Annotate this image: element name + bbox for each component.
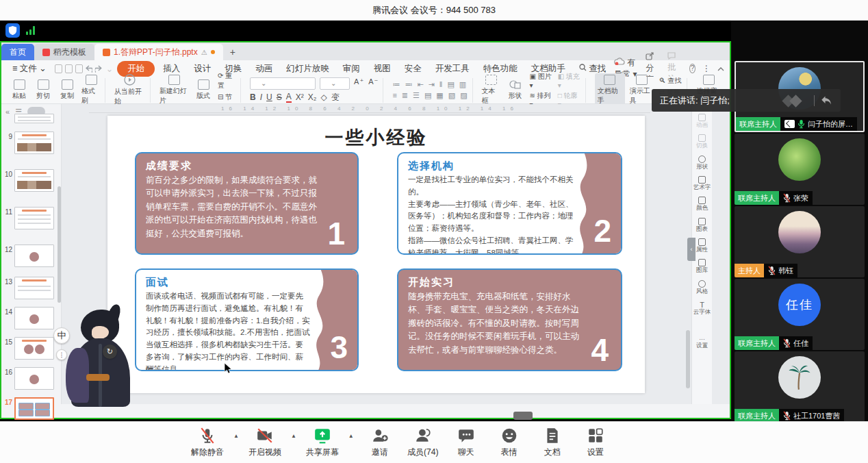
thumbnail-slide-15[interactable]: 15	[1, 337, 62, 360]
settings-button[interactable]: 设置	[578, 427, 613, 458]
preview-icon[interactable]	[75, 64, 83, 73]
thumbnail-slide-16[interactable]: 16	[1, 367, 62, 390]
help-icon[interactable]: ?	[689, 64, 695, 73]
share-screen-button[interactable]: 共享屏幕	[305, 427, 340, 458]
font-size-combobox[interactable]: ⌄	[320, 77, 350, 90]
chat-button[interactable]: 聊天	[449, 427, 483, 458]
doc-assistant-button[interactable]: 文档助手	[595, 73, 625, 107]
rail-colors[interactable]: 颜色	[692, 197, 712, 211]
menu-features[interactable]: 特色功能	[478, 62, 523, 76]
participant-tile[interactable]: 任佳 联席主持人 任佳	[735, 279, 865, 350]
menu-review[interactable]: 审阅	[337, 62, 366, 76]
picture-button[interactable]: ▣ 图片 ▾	[530, 72, 553, 89]
menu-file[interactable]: ≡ 文件 ⌄	[7, 62, 52, 76]
undo-icon[interactable]	[86, 64, 92, 73]
subscript-button[interactable]: X₂	[308, 92, 317, 102]
rail-charts[interactable]: 图表	[692, 218, 712, 232]
layout-button[interactable]: 版式	[194, 79, 213, 101]
menu-animation[interactable]: 动画	[250, 62, 278, 76]
thumbnail-slide-9[interactable]: 9	[1, 132, 62, 154]
members-button[interactable]: 成员(74)	[406, 427, 440, 458]
rail-transition[interactable]: 切换	[692, 134, 712, 149]
fill-button[interactable]: ◧ 填充 ▾	[558, 72, 581, 89]
start-video-button[interactable]: 开启视频	[248, 427, 282, 458]
new-slide-button[interactable]: 新建幻灯片	[159, 75, 189, 105]
video-options-caret[interactable]: ▲	[291, 433, 296, 439]
font-name-combobox[interactable]: ⌄	[250, 77, 316, 90]
thumbnail-slide-13[interactable]: 13	[1, 277, 62, 299]
menu-security[interactable]: 安全	[399, 62, 427, 76]
invite-button[interactable]: 邀请	[363, 427, 397, 458]
bold-button[interactable]: B	[250, 92, 256, 102]
rail-styles[interactable]: 风格	[692, 280, 712, 295]
slide[interactable]: 一些小经验 成绩要求 前百分之多少的限制，如果成绩符合要求，就可以申请外派实习，…	[107, 116, 645, 393]
underline-button[interactable]: U	[266, 92, 272, 102]
desktop-pet-character[interactable]	[63, 308, 140, 410]
thumbnail-scrollbar[interactable]	[58, 186, 61, 303]
shapes-button[interactable]: 形状	[506, 79, 525, 101]
italic-button[interactable]: I	[260, 92, 262, 102]
emoji-button[interactable]: 表情	[492, 427, 526, 458]
font-color-button[interactable]: A	[286, 92, 292, 103]
thumbnail-slide-10[interactable]: 10	[1, 169, 62, 192]
strikethrough-button[interactable]: S	[277, 92, 282, 102]
tab-docer[interactable]: 稻壳模板	[34, 44, 94, 60]
controlbar-handle[interactable]	[513, 412, 533, 420]
canvas-scrollbar[interactable]	[686, 330, 690, 388]
thumbnail-slide-11[interactable]: 11	[1, 207, 62, 229]
play-from-current-button[interactable]: 从当前开始	[114, 74, 146, 106]
copy-button[interactable]: 复制	[58, 79, 77, 101]
rail-expand-handle[interactable]: ‹	[687, 238, 695, 261]
find-button[interactable]: 🔍︎ 查找	[659, 76, 683, 86]
participant-tile[interactable]: 联席主持人 张荣	[735, 134, 865, 205]
rail-gallery[interactable]: 图库	[692, 259, 712, 273]
network-signal-icon[interactable]	[26, 26, 37, 35]
share-options-caret[interactable]: ▲	[348, 433, 354, 439]
more-menu-icon[interactable]: ⋮	[702, 64, 711, 73]
print-icon[interactable]	[65, 64, 73, 73]
menu-design[interactable]: 设计	[188, 62, 216, 76]
text-effects-button[interactable]: 变	[331, 92, 340, 103]
menu-view[interactable]: 视图	[368, 62, 396, 76]
slide-box-1[interactable]: 成绩要求 前百分之多少的限制，如果成绩符合要求，就可以申请外派实习，出去浪一下辣…	[135, 152, 359, 255]
menu-devtools[interactable]: 开发工具	[430, 62, 475, 76]
mic-options-caret[interactable]: ▲	[233, 433, 239, 439]
font-shrink-button[interactable]: A⁻	[368, 77, 379, 90]
slide-box-2[interactable]: 选择机构 一定是找社工专业的单位实习，不能找个不相关的。 主要考虑——主打领域（…	[397, 152, 622, 255]
font-grow-button[interactable]: A⁺	[354, 77, 364, 90]
slide-box-3[interactable]: 面试 面谈或者电话、视频面试都有可能，一定要先制作简历再进行面试，避免尴尬。有礼…	[135, 268, 359, 371]
reset-button[interactable]: ⟳ 重置	[218, 71, 236, 90]
tab-home[interactable]: 首页	[1, 44, 34, 60]
thumbnail-slide-14[interactable]: 14	[1, 307, 62, 329]
superscript-button[interactable]: X²	[296, 92, 304, 102]
rail-more[interactable]: ···设置	[692, 336, 712, 349]
redo-icon[interactable]	[95, 64, 102, 73]
participant-tile[interactable]: 主持人 韩钰	[735, 206, 865, 277]
presentation-tools-button[interactable]: 演示工具	[630, 75, 654, 105]
reply-arrow-icon[interactable]	[820, 95, 832, 105]
clear-format-icon[interactable]: ◇	[320, 92, 327, 102]
slide-box-4[interactable]: 开始实习 随身携带充电宝、充电器和纸笔，安排好水杯、手套、暖宝宝、便当之类的，冬…	[397, 268, 622, 371]
tab-document[interactable]: 1.答辩PPT-闫子怡.pptx⚠	[94, 44, 223, 60]
docs-button[interactable]: 文档	[535, 427, 570, 458]
rail-shapes[interactable]: 形状	[692, 155, 712, 170]
collapse-ribbon-icon[interactable]	[717, 64, 724, 73]
shield-icon[interactable]	[5, 23, 20, 38]
pet-menu-icon[interactable]: ⋮	[56, 349, 67, 360]
unmute-button[interactable]: 解除静音	[190, 427, 225, 458]
save-icon[interactable]	[55, 64, 62, 73]
cut-button[interactable]: 剪切	[34, 79, 53, 101]
thumbnail-slide-17-active[interactable]: 17	[1, 397, 62, 420]
new-tab-button[interactable]: +	[230, 44, 235, 60]
rail-animation[interactable]: 动画	[692, 114, 712, 128]
ime-indicator[interactable]: 中	[53, 327, 70, 344]
participant-tile[interactable]: 联席主持人 社工1701曹茜	[735, 351, 865, 421]
textbox-button[interactable]: 文本框	[482, 75, 501, 105]
menu-slideshow[interactable]: 幻灯片放映	[281, 62, 335, 76]
format-painter-button[interactable]: 格式刷	[81, 75, 101, 105]
rail-cloud-fonts[interactable]: T云字体	[692, 301, 712, 316]
thumbnail-slide-8-partial[interactable]	[1, 114, 62, 123]
thumbnail-slide-12[interactable]: 12	[1, 245, 62, 267]
rail-wordart[interactable]: 艺术字	[692, 176, 712, 190]
menu-insert[interactable]: 插入	[157, 62, 186, 76]
